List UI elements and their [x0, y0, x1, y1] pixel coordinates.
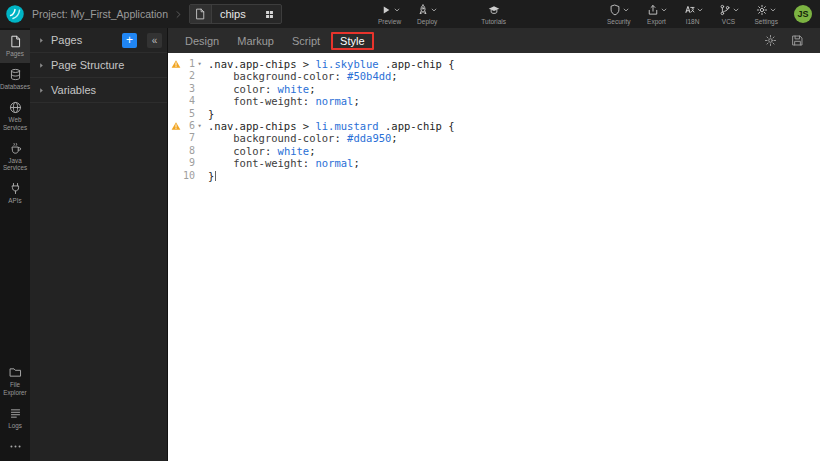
deploy-button[interactable]: Deploy — [409, 2, 445, 27]
page-tabs: DesignMarkupScriptStyle — [176, 32, 376, 50]
code-line-9[interactable]: 9 font-weight: normal; — [168, 157, 820, 169]
code-text: } — [204, 108, 214, 120]
export-label: Export — [647, 18, 666, 25]
tab-markup[interactable]: Markup — [228, 32, 283, 50]
plug-icon — [9, 182, 22, 195]
page-file-icon — [190, 5, 212, 23]
code-line-2[interactable]: 2 background-color: #50b4dd; — [168, 70, 820, 82]
panel-section-label: Pages — [51, 34, 82, 46]
code-line-3[interactable]: 3 color: white; — [168, 83, 820, 95]
fold-marker-icon[interactable]: ▾ — [195, 120, 204, 132]
caret-right-icon — [38, 87, 45, 94]
line-number: 6 — [181, 120, 195, 132]
code-text: color: white; — [204, 145, 316, 157]
chevron-right-icon — [174, 10, 183, 19]
sidebar-item-file-explorer[interactable]: File Explorer — [0, 361, 30, 401]
line-number: 1 — [181, 58, 195, 70]
gutter: 1 ▾ — [168, 58, 204, 70]
gutter: 6 ▾ — [168, 120, 204, 132]
settings-label: Settings — [755, 18, 779, 25]
page-selector[interactable]: chips — [189, 4, 282, 24]
code-line-1[interactable]: 1 ▾ .nav.app-chips > li.skyblue .app-chi… — [168, 58, 820, 70]
page-name[interactable]: chips — [212, 8, 264, 20]
user-avatar[interactable]: JS — [794, 5, 812, 23]
security-button[interactable]: Security — [599, 2, 638, 27]
panel-section-page-structure[interactable]: Page Structure — [30, 53, 167, 78]
gutter: 3 — [168, 83, 204, 95]
wavemaker-studio: Project: My_First_Application chips Prev… — [0, 0, 820, 461]
sidebar-item-web-services[interactable]: Web Services — [0, 96, 30, 136]
main-area: DesignMarkupScriptStyle 1 ▾ .nav.app-chi… — [168, 28, 820, 461]
topbar: Project: My_First_Application chips Prev… — [0, 0, 820, 28]
code-token: : — [334, 132, 347, 144]
editor-settings-gear-icon[interactable] — [764, 34, 777, 47]
sidebar-item-databases[interactable]: Databases — [0, 63, 30, 96]
shield-icon — [609, 4, 621, 16]
gutter: 9 — [168, 157, 204, 169]
i18n-button[interactable]: I18N — [675, 2, 711, 27]
tab-script[interactable]: Script — [283, 32, 329, 50]
graduation-cap-icon — [488, 4, 500, 16]
fold-marker-icon[interactable]: ▾ — [195, 58, 204, 70]
sidebar-item-apis[interactable]: APIs — [0, 177, 30, 210]
code-line-5[interactable]: 5 } — [168, 108, 820, 120]
vcs-button[interactable]: VCS — [711, 2, 747, 27]
line-number: 3 — [181, 83, 195, 95]
code-text: color: white; — [204, 83, 316, 95]
code-line-4[interactable]: 4 font-weight: normal; — [168, 95, 820, 107]
caret-down-icon — [394, 7, 400, 13]
line-number: 10 — [181, 170, 195, 182]
sidebar-item-java-services[interactable]: Java Services — [0, 137, 30, 177]
settings-button[interactable]: Settings — [747, 2, 787, 27]
panel-section-label: Page Structure — [51, 59, 124, 71]
code-line-6[interactable]: 6 ▾ .nav.app-chips > li.mustard .app-chi… — [168, 120, 820, 132]
code-text: font-weight: normal; — [204, 95, 360, 107]
code-lines: 1 ▾ .nav.app-chips > li.skyblue .app-chi… — [168, 58, 820, 182]
add-page-button[interactable]: + — [122, 33, 137, 48]
sidebar-item-pages[interactable]: Pages — [0, 30, 30, 63]
sidebar-item-logs[interactable]: Logs — [0, 402, 30, 435]
panel-section-pages[interactable]: Pages + « — [30, 28, 167, 53]
globe-icon — [9, 101, 22, 114]
code-token: color — [208, 145, 265, 157]
list-icon — [9, 407, 22, 420]
tutorials-label: Tutorials — [481, 18, 506, 25]
panel-section-variables[interactable]: Variables — [30, 78, 167, 103]
code-text: background-color: #50b4dd; — [204, 70, 398, 82]
tabbar-icons — [764, 34, 812, 47]
caret-down-icon — [661, 7, 667, 13]
code-token: background-color — [208, 132, 334, 144]
rocket-icon — [417, 4, 429, 16]
save-button[interactable] — [791, 34, 804, 47]
code-token: white — [278, 83, 310, 95]
code-token: ; — [309, 83, 315, 95]
tab-design[interactable]: Design — [176, 32, 228, 50]
tab-style[interactable]: Style — [331, 32, 373, 50]
coffee-icon — [9, 142, 22, 155]
line-number: 9 — [181, 157, 195, 169]
code-token: font-weight — [208, 157, 303, 169]
code-token: ; — [353, 95, 359, 107]
code-line-7[interactable]: 7 background-color: #dda950; — [168, 132, 820, 144]
collapse-panel-button[interactable]: « — [147, 33, 162, 48]
code-line-10[interactable]: 10 } — [168, 170, 820, 182]
code-token: ; — [391, 70, 397, 82]
code-token: .app-chip { — [379, 120, 455, 132]
code-token: : — [265, 83, 278, 95]
gutter: 2 — [168, 70, 204, 82]
git-branch-icon — [719, 4, 731, 16]
code-token: .nav.app-chips > — [208, 58, 315, 70]
code-token: } — [208, 108, 214, 120]
security-label: Security — [607, 18, 630, 25]
sidebar-item-more[interactable] — [0, 435, 30, 459]
code-line-8[interactable]: 8 color: white; — [168, 145, 820, 157]
style-code-editor[interactable]: 1 ▾ .nav.app-chips > li.skyblue .app-chi… — [168, 53, 820, 461]
code-token: #dda950 — [347, 132, 391, 144]
tutorials-button[interactable]: Tutorials — [473, 2, 514, 27]
app-logo-icon[interactable] — [5, 4, 25, 24]
grid-view-icon[interactable] — [264, 9, 281, 20]
export-button[interactable]: Export — [639, 2, 675, 27]
code-text: .nav.app-chips > li.mustard .app-chip { — [204, 120, 455, 132]
preview-button[interactable]: Preview — [370, 2, 409, 27]
database-icon — [9, 68, 22, 81]
